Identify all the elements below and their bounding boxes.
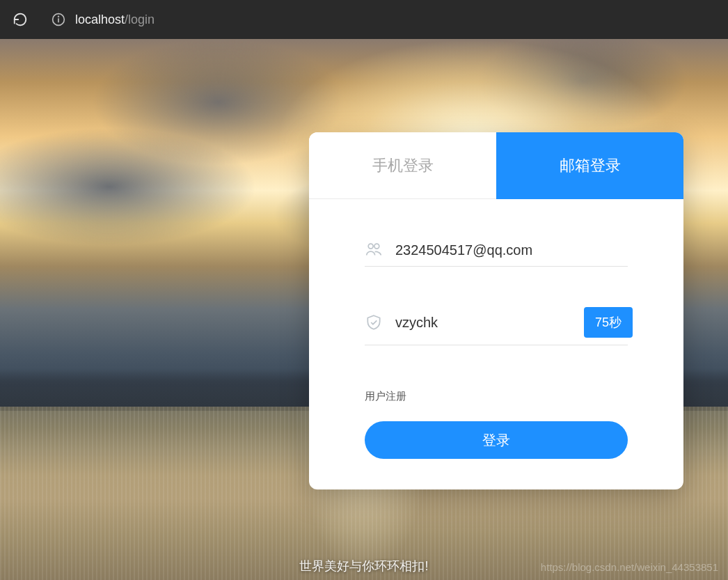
- svg-point-3: [368, 244, 373, 249]
- login-form: 75秒 用户注册 登录: [309, 199, 683, 489]
- code-field-row: 75秒: [365, 300, 628, 345]
- address-bar[interactable]: localhost/login: [42, 7, 715, 32]
- browser-toolbar: localhost/login: [0, 0, 728, 39]
- login-tabs: 手机登录 邮箱登录: [309, 132, 683, 199]
- svg-point-2: [58, 16, 59, 17]
- tab-phone-label: 手机登录: [372, 155, 434, 176]
- countdown-button[interactable]: 75秒: [584, 307, 633, 338]
- register-link[interactable]: 用户注册: [365, 390, 406, 403]
- login-card: 手机登录 邮箱登录 75秒 用户注册 登录: [309, 132, 683, 489]
- page-content: 手机登录 邮箱登录 75秒 用户注册 登录: [0, 39, 728, 580]
- svg-point-4: [374, 244, 379, 249]
- tab-email-label: 邮箱登录: [560, 155, 621, 176]
- tab-email-login[interactable]: 邮箱登录: [496, 132, 683, 199]
- login-button[interactable]: 登录: [365, 421, 628, 459]
- verification-code-input[interactable]: [395, 315, 571, 331]
- reload-icon[interactable]: [13, 12, 28, 27]
- user-icon: [365, 241, 383, 259]
- email-input[interactable]: [395, 242, 628, 258]
- email-field-row: [365, 234, 628, 267]
- site-info-icon[interactable]: [52, 13, 65, 26]
- url-text: localhost/login: [75, 13, 155, 27]
- shield-icon: [365, 313, 383, 331]
- tab-phone-login[interactable]: 手机登录: [309, 132, 496, 199]
